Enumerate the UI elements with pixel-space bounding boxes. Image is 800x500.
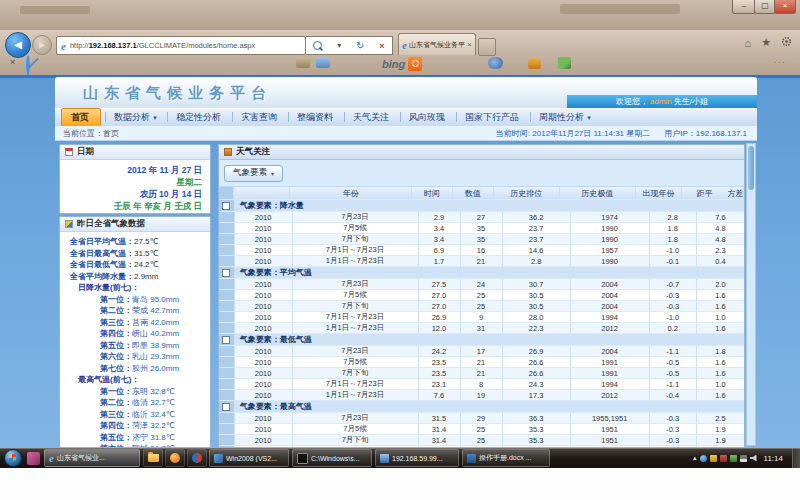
ime-icon[interactable] (700, 455, 707, 462)
stop-icon[interactable]: × (379, 41, 384, 51)
station-value-link[interactable]: 济宁 31.8℃ (132, 433, 175, 442)
person-icon[interactable] (528, 57, 541, 69)
update-icon[interactable] (730, 455, 737, 462)
taskbar-window-remote[interactable]: 192.168.59.99... (375, 449, 459, 467)
nav-item[interactable]: 周期性分析▼ (530, 109, 601, 126)
table-row: 2010 7月5候 23.5 21 26.6 1991 -0.5 (219, 357, 744, 368)
speaker-icon[interactable] (750, 455, 757, 462)
warning-icon[interactable] (710, 455, 717, 462)
station-value-link[interactable]: 胶州 26.0mm (132, 364, 179, 373)
cell-time: 7月1日～7月23日 (293, 245, 419, 256)
group-checkbox[interactable] (222, 202, 230, 210)
chrome-right-icons: ⌂ ★ (744, 36, 792, 49)
bing-logo[interactable]: bing (382, 57, 422, 71)
new-tab-button[interactable] (478, 38, 496, 56)
cell-variance: 1.6 (697, 390, 744, 401)
refresh-icon[interactable]: ↻ (356, 40, 364, 51)
toolbar-close-icon[interactable]: × (10, 57, 15, 67)
select-cell (219, 245, 235, 256)
stat-line: 全省平均降水量：2.9mm (60, 271, 210, 283)
window-close-button[interactable]: × (774, 0, 796, 14)
address-bar[interactable]: e http://192.168.137.1/GLCCLIMATE/module… (56, 36, 306, 55)
cell-extreme-year: 1990 (571, 234, 650, 245)
gear-icon[interactable] (781, 36, 792, 49)
mail-icon[interactable] (296, 57, 310, 68)
station-value-link[interactable]: 临沂 32.4℃ (132, 410, 175, 419)
group-checkbox[interactable] (222, 403, 230, 411)
home-icon[interactable]: ⌂ (744, 37, 751, 49)
station-value-link[interactable]: 菏泽 32.2℃ (132, 421, 175, 430)
station-value-link[interactable]: 东明 32.8℃ (132, 387, 175, 396)
taskbar-window-win2008[interactable]: Win2008 (VS2... (209, 449, 289, 467)
media-app-icon[interactable] (187, 449, 207, 467)
station-value-link[interactable]: 莒南 42.0mm (132, 318, 179, 327)
favorites-star-icon[interactable]: ★ (761, 36, 771, 49)
window-maximize-button[interactable]: ▢ (754, 0, 776, 14)
nav-item[interactable]: 天气关注 (344, 109, 400, 126)
photo-icon[interactable] (316, 57, 330, 68)
taskbar-ie-window[interactable]: e 山东省气候业... (44, 449, 140, 467)
tab-close-icon[interactable]: × (467, 40, 472, 49)
cell-anomaly: -1.0 (650, 245, 697, 256)
cell-anomaly: -0.4 (650, 390, 697, 401)
autocomplete-caret-icon[interactable]: ▾ (337, 41, 341, 50)
explorer-folder-icon[interactable] (143, 449, 163, 467)
table-row: 2010 7月23日 2.9 27 36.2 1974 2.8 (219, 212, 744, 223)
cell-variance: 4.8 (697, 234, 744, 245)
window-minimize-button[interactable]: – (732, 0, 756, 14)
search-icon[interactable] (313, 41, 322, 50)
compatibility-icon[interactable] (26, 55, 30, 76)
taskbar-clock[interactable]: 11:14 (764, 454, 783, 463)
nav-item[interactable]: 风向玫瑰 (400, 109, 456, 126)
station-value-link[interactable]: 即墨 38.9mm (132, 341, 179, 350)
nav-item[interactable]: 数据分析▼ (105, 109, 167, 126)
select-cell (219, 401, 235, 413)
show-desktop-button[interactable] (792, 448, 800, 468)
cell-extreme-year: 2004 (571, 346, 650, 357)
weather-table: 年份时间数值历史排位历史极值出现年份距平方差 气象要素：降水量 (219, 187, 744, 448)
cell-time: 7月23日 (293, 279, 419, 290)
apps-icon[interactable] (558, 57, 571, 69)
group-checkbox[interactable] (222, 336, 230, 344)
cell-value: 27.0 (419, 301, 461, 312)
lunar-date-line: 农历 10 月 14 日 (60, 188, 202, 200)
forward-button[interactable]: ► (32, 35, 52, 55)
orange-app-icon[interactable] (165, 449, 185, 467)
taskbar-window-console[interactable]: C:\Windows\s... (292, 449, 372, 467)
page-scrollbar[interactable] (746, 143, 756, 446)
stat-line: 全省日平均气温：27.5℃ (60, 236, 210, 248)
browser-tab[interactable]: e 山东省气候业务平... × (398, 33, 476, 55)
overflow-dots-icon[interactable]: ··· (774, 57, 786, 67)
tray-arrow-icon[interactable]: ▴ (693, 454, 697, 462)
column-header: 数值 (453, 187, 494, 200)
rank-line: 第一位：青岛 95.0mm (60, 294, 210, 306)
username: admin (650, 97, 672, 106)
flag-icon[interactable] (720, 455, 727, 462)
select-cell (219, 312, 235, 323)
nav-item[interactable]: 首页 (61, 108, 101, 127)
start-button[interactable] (4, 449, 22, 467)
cell-anomaly: -0.1 (650, 256, 697, 267)
camera-icon[interactable] (488, 57, 503, 69)
nav-item[interactable]: 灾害查询 (232, 109, 288, 126)
taskbar-app-icon[interactable] (27, 452, 40, 465)
network-icon[interactable] (740, 455, 747, 462)
nav-item[interactable]: 整编资料 (288, 109, 344, 126)
main-nav: 首页数据分析▼稳定性分析灾害查询整编资料天气关注风向玫瑰国家下行产品周期性分析▼ (55, 108, 757, 126)
station-value-link[interactable]: 青岛 95.0mm (132, 295, 179, 304)
nav-item[interactable]: 国家下行产品 (456, 109, 530, 126)
station-value-link[interactable]: 临清 32.7℃ (132, 398, 175, 407)
scrollbar-thumb[interactable] (748, 146, 754, 190)
station-value-link[interactable]: 崂山 40.2mm (132, 329, 179, 338)
element-filter-button[interactable]: 气象要素 ▾ (224, 165, 283, 182)
taskbar-window-word-doc[interactable]: 操作手册.docx ... (462, 449, 550, 467)
element-group: 气象要素：最高气温 2010 7月23日 31.5 (219, 401, 744, 448)
panel-icon (224, 148, 232, 156)
browser-toolbar-row: × bing ··· (0, 55, 800, 75)
select-cell (219, 279, 235, 290)
station-value-link[interactable]: 乳山 29.3mm (132, 352, 179, 361)
station-value-link[interactable]: 荣成 42.7mm (132, 306, 179, 315)
group-checkbox[interactable] (222, 269, 230, 277)
weather-watch-panel: 天气关注 气象要素 ▾ 年份时间数值历史排位历史极值出现年份距平方差 (218, 144, 745, 448)
nav-item[interactable]: 稳定性分析 (167, 109, 232, 126)
